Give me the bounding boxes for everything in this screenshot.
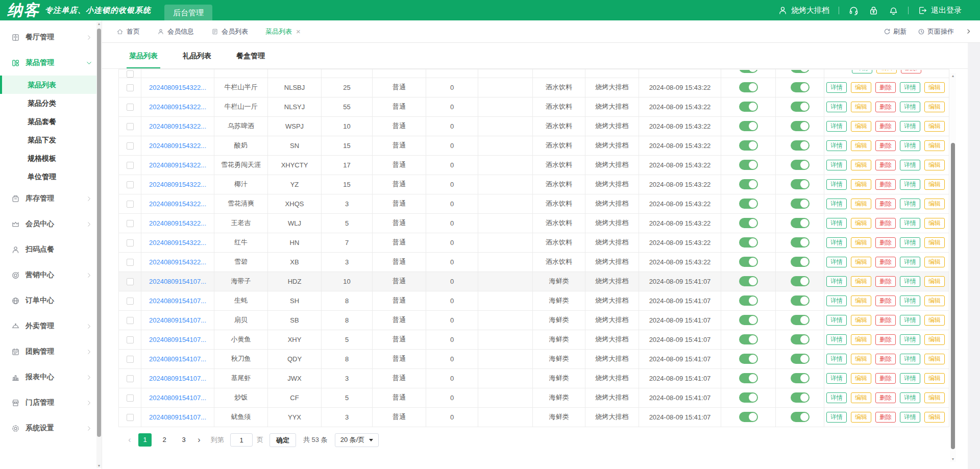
- page-number-button[interactable]: 3: [177, 433, 190, 447]
- delete-button[interactable]: 删除: [875, 121, 896, 132]
- detail-button[interactable]: 详情: [852, 70, 872, 73]
- headset-icon[interactable]: [848, 5, 859, 16]
- detail-button[interactable]: 详情: [900, 237, 920, 248]
- sellout-toggle[interactable]: [791, 121, 810, 131]
- sidebar-scrollbar-thumb[interactable]: [97, 29, 101, 437]
- detail-button[interactable]: 详情: [826, 257, 847, 267]
- status-toggle[interactable]: [739, 315, 758, 325]
- detail-button[interactable]: 详情: [826, 121, 847, 132]
- detail-button[interactable]: 详情: [900, 199, 920, 209]
- product-id-link[interactable]: 20240809154322...: [149, 200, 206, 208]
- status-toggle[interactable]: [739, 82, 758, 92]
- delete-button[interactable]: 删除: [875, 315, 896, 326]
- row-checkbox[interactable]: [127, 336, 134, 343]
- sidebar-subitem[interactable]: 规格模板: [0, 149, 102, 167]
- detail-button[interactable]: 详情: [826, 140, 847, 151]
- sellout-toggle[interactable]: [791, 140, 810, 151]
- detail-button[interactable]: 详情: [826, 82, 847, 93]
- row-checkbox[interactable]: [127, 123, 134, 130]
- delete-button[interactable]: 删除: [875, 295, 896, 306]
- product-id-link[interactable]: 20240809154107...: [149, 375, 206, 382]
- bell-icon[interactable]: [888, 5, 899, 16]
- sellout-toggle[interactable]: [791, 199, 810, 209]
- delete-button[interactable]: 删除: [949, 334, 949, 345]
- delete-button[interactable]: 删除: [875, 82, 896, 93]
- delete-button[interactable]: 删除: [875, 102, 896, 112]
- detail-button[interactable]: 详情: [826, 315, 847, 326]
- sidebar-item[interactable]: 餐厅管理: [0, 24, 102, 50]
- edit-button[interactable]: 编辑: [924, 237, 945, 248]
- product-id-link[interactable]: 20240809154107...: [149, 336, 206, 343]
- delete-button[interactable]: 删除: [875, 373, 896, 384]
- delete-button[interactable]: 删除: [949, 121, 949, 132]
- status-toggle[interactable]: [739, 102, 758, 112]
- delete-button[interactable]: 删除: [949, 373, 949, 384]
- detail-button[interactable]: 详情: [826, 354, 847, 364]
- logout-button[interactable]: 退出登录: [918, 6, 962, 15]
- delete-button[interactable]: 删除: [949, 199, 949, 209]
- edit-button[interactable]: 编辑: [851, 199, 871, 209]
- sellout-toggle[interactable]: [791, 354, 810, 364]
- product-id-link[interactable]: 20240809154322...: [149, 219, 206, 227]
- sellout-toggle[interactable]: [791, 218, 810, 228]
- delete-button[interactable]: 删除: [875, 179, 896, 190]
- product-id-link[interactable]: 20240809154322...: [149, 181, 206, 188]
- sellout-toggle[interactable]: [791, 237, 810, 248]
- table-scrollbar-thumb[interactable]: [951, 143, 955, 449]
- page-tab[interactable]: 会员列表: [211, 27, 248, 36]
- row-checkbox[interactable]: [127, 162, 134, 169]
- scroll-up-icon[interactable]: ▲: [96, 22, 102, 26]
- row-checkbox[interactable]: [127, 84, 134, 91]
- delete-button[interactable]: 删除: [875, 257, 896, 267]
- row-checkbox[interactable]: [127, 414, 134, 421]
- sidebar-subitem[interactable]: 菜品列表: [0, 76, 102, 94]
- edit-button[interactable]: 编辑: [924, 392, 945, 403]
- status-toggle[interactable]: [739, 373, 758, 383]
- detail-button[interactable]: 详情: [900, 102, 920, 112]
- lock-icon[interactable]: [868, 5, 879, 16]
- detail-button[interactable]: 详情: [900, 160, 920, 170]
- edit-button[interactable]: 编辑: [924, 373, 945, 384]
- sidebar-item[interactable]: 扫码点餐: [0, 237, 102, 262]
- page-tab[interactable]: 菜品列表×: [265, 27, 301, 36]
- row-checkbox[interactable]: [127, 70, 134, 78]
- edit-button[interactable]: 编辑: [851, 218, 871, 229]
- edit-button[interactable]: 编辑: [851, 140, 871, 151]
- delete-button[interactable]: 删除: [875, 392, 896, 403]
- delete-button[interactable]: 删除: [949, 102, 949, 112]
- product-id-link[interactable]: 20240809154107...: [149, 278, 206, 285]
- sellout-toggle[interactable]: [791, 295, 810, 306]
- page-ops-button[interactable]: 页面操作: [918, 27, 954, 36]
- edit-button[interactable]: 编辑: [924, 160, 945, 170]
- delete-button[interactable]: 删除: [875, 218, 896, 229]
- delete-button[interactable]: 删除: [949, 392, 949, 403]
- row-checkbox[interactable]: [127, 356, 134, 363]
- row-checkbox[interactable]: [127, 278, 134, 285]
- detail-button[interactable]: 详情: [826, 412, 847, 423]
- product-id-link[interactable]: 20240809154107...: [149, 413, 206, 421]
- product-id-link[interactable]: 20240809154107...: [149, 355, 206, 363]
- edit-button[interactable]: 编辑: [851, 82, 871, 93]
- delete-button[interactable]: 删除: [949, 160, 949, 170]
- row-checkbox[interactable]: [127, 394, 134, 402]
- sidebar-subitem[interactable]: 菜品下发: [0, 131, 102, 149]
- row-checkbox[interactable]: [127, 317, 134, 324]
- page-tab[interactable]: 首页: [116, 27, 140, 36]
- scroll-down-icon[interactable]: ▼: [96, 464, 102, 467]
- edit-button[interactable]: 编辑: [924, 121, 945, 132]
- edit-button[interactable]: 编辑: [851, 373, 871, 384]
- detail-button[interactable]: 详情: [900, 295, 920, 306]
- status-toggle[interactable]: [739, 199, 758, 209]
- page-size-select[interactable]: 20 条/页: [335, 433, 379, 447]
- status-toggle[interactable]: [739, 412, 758, 422]
- subtab[interactable]: 餐盒管理: [234, 52, 267, 68]
- detail-button[interactable]: 详情: [900, 179, 920, 190]
- sidebar-item[interactable]: 会员中心: [0, 211, 102, 237]
- page-number-button[interactable]: 1: [138, 433, 152, 447]
- edit-button[interactable]: 编辑: [851, 102, 871, 112]
- edit-button[interactable]: 编辑: [924, 218, 945, 229]
- close-icon[interactable]: ×: [296, 27, 301, 36]
- detail-button[interactable]: 详情: [900, 334, 920, 345]
- product-id-link[interactable]: 20240809154322...: [149, 103, 206, 111]
- edit-button[interactable]: 编辑: [851, 121, 871, 132]
